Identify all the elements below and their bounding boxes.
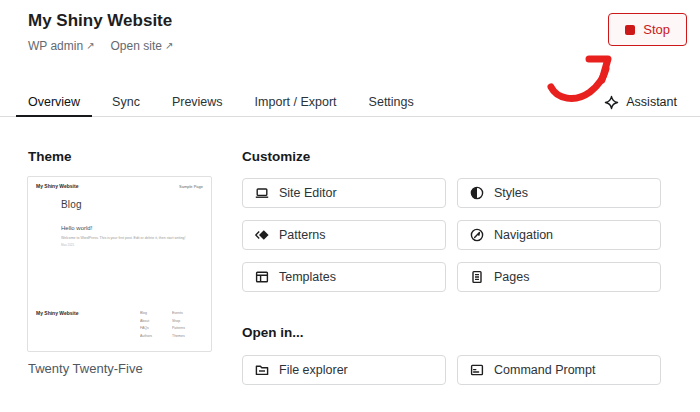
preview-post-excerpt: Welcome to WordPress. This is your first… (61, 236, 185, 240)
tab-settings[interactable]: Settings (357, 87, 426, 116)
compass-icon (469, 227, 485, 243)
page-title: My Shiny Website (28, 11, 172, 31)
layout-icon (254, 269, 270, 285)
terminal-icon (469, 362, 485, 378)
laptop-icon (254, 185, 270, 201)
header-links: WP admin ↗ Open site ↗ (28, 39, 173, 53)
theme-heading: Theme (28, 149, 72, 164)
tab-bar: Overview Sync Previews Import / Export S… (0, 87, 700, 117)
preview-site-title: My Shiny Website (36, 183, 78, 189)
site-editor-button[interactable]: Site Editor (242, 178, 446, 208)
external-link-icon: ↗ (165, 41, 173, 51)
pages-button[interactable]: Pages (457, 262, 661, 292)
folder-icon (254, 362, 270, 378)
open-site-link[interactable]: Open site ↗ (111, 39, 174, 53)
page-icon (469, 269, 485, 285)
preview-post-date: May 2025 (61, 243, 74, 246)
theme-preview-card: My Shiny Website Sample Page Blog Hello … (27, 176, 212, 352)
customize-heading: Customize (242, 149, 310, 164)
external-link-icon: ↗ (86, 41, 94, 51)
diamond-icon (254, 227, 270, 243)
assistant-button[interactable]: Assistant (604, 87, 677, 117)
preview-footer-title: My Shiny Website (36, 310, 78, 316)
styles-button[interactable]: Styles (457, 178, 661, 208)
preview-page-heading: Blog (61, 199, 82, 210)
wp-admin-link[interactable]: WP admin ↗ (28, 39, 95, 53)
navigation-button[interactable]: Navigation (457, 220, 661, 250)
stop-square-icon (625, 25, 635, 35)
half-circle-icon (469, 185, 485, 201)
customize-grid: Site Editor Styles Patterns Navigation T… (242, 178, 661, 292)
sparkle-icon (604, 95, 619, 110)
assistant-label: Assistant (626, 95, 677, 109)
tab-previews[interactable]: Previews (160, 87, 235, 116)
tab-sync[interactable]: Sync (100, 87, 152, 116)
preview-footer-links-col2: Events Shop Patterns Themes (172, 309, 185, 339)
preview-footer-links-col1: Blog About FAQs Authors (140, 309, 152, 339)
templates-button[interactable]: Templates (242, 262, 446, 292)
theme-name: Twenty Twenty-Five (28, 361, 143, 376)
open-in-grid: File explorer Command Prompt (242, 355, 661, 385)
preview-nav-link: Sample Page (179, 184, 203, 189)
file-explorer-button[interactable]: File explorer (242, 355, 446, 385)
patterns-button[interactable]: Patterns (242, 220, 446, 250)
stop-label: Stop (643, 22, 670, 37)
tab-import-export[interactable]: Import / Export (243, 87, 349, 116)
stop-button[interactable]: Stop (608, 13, 687, 46)
open-in-heading: Open in... (242, 325, 304, 340)
command-prompt-button[interactable]: Command Prompt (457, 355, 661, 385)
tab-overview[interactable]: Overview (16, 87, 92, 116)
preview-post-title: Hello world! (61, 224, 92, 231)
